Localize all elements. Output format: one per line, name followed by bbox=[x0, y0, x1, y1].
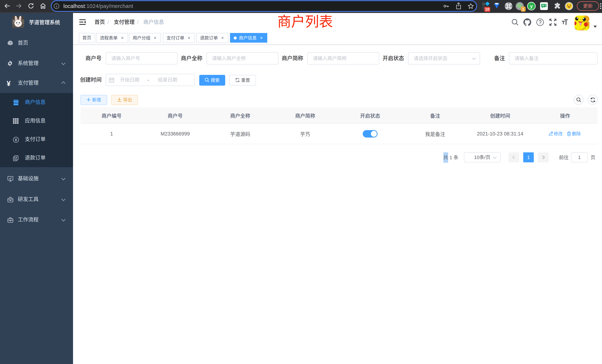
svg-text:y: y bbox=[530, 3, 533, 9]
